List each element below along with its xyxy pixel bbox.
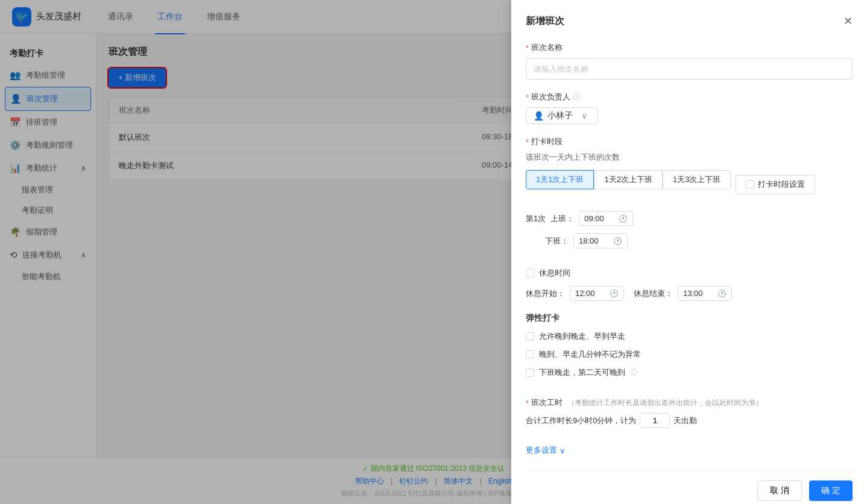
- end-label: 下班：: [545, 236, 569, 247]
- rest-start-input[interactable]: 12:00 🕐: [570, 286, 624, 301]
- clock-icon-rest-start: 🕐: [610, 289, 619, 298]
- punch-period-section: * 打卡时段 该班次一天内上下班的次数 1天1次上下班 1天2次上下班 1天3次…: [526, 136, 853, 199]
- flex-option-2-label: 晚到、早走几分钟不记为异常: [539, 349, 641, 360]
- work-hours-row: 合计工作时长9小时0分钟，计为 天出勤: [526, 413, 853, 428]
- modal-title: 新增班次: [526, 15, 564, 28]
- punch-option-2x[interactable]: 1天2次上下班: [594, 170, 662, 189]
- rest-end-label: 休息结束：: [634, 288, 673, 299]
- end-time-input[interactable]: 18:00 🕐: [573, 233, 628, 248]
- rest-start-item: 休息开始： 12:00 🕐: [526, 286, 624, 301]
- work-hours-input[interactable]: [640, 413, 670, 428]
- clock-icon-start: 🕐: [619, 215, 628, 223]
- flex-option-1-row: 允许晚到晚走、早到早走: [526, 331, 853, 342]
- shift-owner-label: * 班次负责人 ⓘ: [526, 92, 853, 102]
- start-label: 上班：: [550, 213, 574, 224]
- cancel-button[interactable]: 取 消: [757, 480, 802, 501]
- add-shift-modal: 新增班次 ✕ * 班次名称 * 班次负责人 ⓘ 👤 小林子 ∨ * 打卡时段 该…: [511, 0, 867, 504]
- rest-start-label: 休息开始：: [526, 288, 565, 299]
- chevron-down-icon: ∨: [560, 446, 566, 455]
- flex-option-1-label: 允许晚到晚走、早到早走: [539, 331, 625, 342]
- shift-owner-section: * 班次负责人 ⓘ 👤 小林子 ∨: [526, 92, 853, 124]
- owner-value: 小林子: [547, 110, 573, 121]
- rest-time-inputs: 休息开始： 12:00 🕐 休息结束： 13:00 🕐: [526, 286, 853, 301]
- work-hours-section: * 班次工时 （考勤统计工作时长及请假出差外出统计，会以此时间为准） 合计工作时…: [526, 397, 853, 428]
- confirm-button[interactable]: 确 定: [809, 480, 853, 501]
- rest-time-label: 休息时间: [539, 268, 570, 279]
- checkbox-custom: [746, 180, 754, 189]
- modal-footer: 取 消 确 定: [526, 470, 853, 501]
- rest-end-input[interactable]: 13:00 🕐: [678, 286, 732, 301]
- flex-option-2-checkbox[interactable]: [526, 350, 534, 359]
- clock-icon-end: 🕐: [613, 237, 622, 245]
- rest-time-checkbox[interactable]: [526, 269, 534, 277]
- more-settings-label: 更多设置: [526, 445, 557, 456]
- punch-option-custom[interactable]: 打卡时段设置: [736, 175, 815, 194]
- work-hours-label: * 班次工时 （考勤统计工作时长及请假出差外出统计，会以此时间为准）: [526, 397, 853, 408]
- more-settings-toggle[interactable]: 更多设置 ∨: [526, 445, 853, 456]
- clock-icon-rest-end: 🕐: [717, 289, 727, 298]
- owner-dropdown-icon: ∨: [581, 111, 587, 121]
- flexible-punch-section: 弹性打卡 允许晚到晚走、早到早走 晚到、早走几分钟不记为异常 下班晚走，第二天可…: [526, 313, 853, 385]
- first-shift-section: 第1次 上班： 09:00 🕐 下班： 18:00 🕐: [526, 211, 853, 256]
- work-hours-note: （考勤统计工作时长及请假出差外出统计，会以此时间为准）: [567, 398, 763, 408]
- punch-period-label: * 打卡时段: [526, 136, 853, 147]
- punch-options-group: 1天1次上下班 1天2次上下班 1天3次上下班: [526, 170, 731, 189]
- flex-option-3-info-icon[interactable]: ⓘ: [630, 368, 637, 378]
- person-icon: 👤: [534, 111, 544, 121]
- rest-time-section: 休息时间 休息开始： 12:00 🕐 休息结束： 13:00 🕐: [526, 268, 853, 301]
- flex-option-1-checkbox[interactable]: [526, 332, 534, 341]
- shift-name-label: * 班次名称: [526, 42, 853, 53]
- modal-header: 新增班次 ✕: [526, 14, 853, 28]
- first-shift-label: 第1次: [526, 213, 546, 224]
- owner-selector[interactable]: 👤 小林子 ∨: [526, 107, 598, 124]
- punch-option-1x[interactable]: 1天1次上下班: [526, 170, 594, 189]
- flex-option-3-label: 下班晚走，第二天可晚到: [539, 367, 625, 378]
- punch-period-subtitle: 该班次一天内上下班的次数: [526, 152, 853, 163]
- rest-time-row: 休息时间: [526, 268, 853, 279]
- shift-name-section: * 班次名称: [526, 42, 853, 80]
- modal-close-button[interactable]: ✕: [843, 14, 853, 28]
- work-hours-unit: 天出勤: [673, 415, 697, 426]
- flex-option-3-checkbox[interactable]: [526, 368, 534, 377]
- start-time-input[interactable]: 09:00 🕐: [579, 211, 633, 226]
- flex-option-2-row: 晚到、早走几分钟不记为异常: [526, 349, 853, 360]
- work-hours-desc: 合计工作时长9小时0分钟，计为: [526, 415, 636, 426]
- flexible-punch-title: 弹性打卡: [526, 313, 853, 324]
- punch-option-3x[interactable]: 1天3次上下班: [663, 170, 731, 189]
- flex-option-3-row: 下班晚走，第二天可晚到 ⓘ: [526, 367, 853, 378]
- rest-end-item: 休息结束： 13:00 🕐: [634, 286, 732, 301]
- shift-name-input[interactable]: [526, 58, 853, 80]
- owner-info-icon[interactable]: ⓘ: [573, 92, 580, 102]
- end-shift-row: 下班： 18:00 🕐: [526, 233, 853, 248]
- first-shift-row: 第1次 上班： 09:00 🕐: [526, 211, 853, 226]
